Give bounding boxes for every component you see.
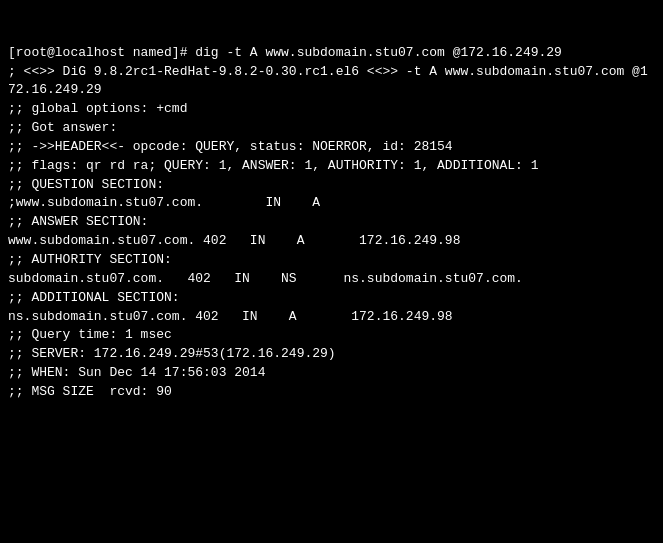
terminal-line: ;; Query time: 1 msec — [8, 326, 655, 345]
terminal-line: www.subdomain.stu07.com. 402 IN A 172.16… — [8, 232, 655, 251]
terminal-window: [root@localhost named]# dig -t A www.sub… — [0, 0, 663, 543]
terminal-line: ;; ->>HEADER<<- opcode: QUERY, status: N… — [8, 138, 655, 157]
terminal-line: ;www.subdomain.stu07.com. IN A — [8, 194, 655, 213]
terminal-line: ; <<>> DiG 9.8.2rc1-RedHat-9.8.2-0.30.rc… — [8, 63, 655, 101]
terminal-line: ;; MSG SIZE rcvd: 90 — [8, 383, 655, 402]
terminal-line: ;; global options: +cmd — [8, 100, 655, 119]
terminal-line: ;; WHEN: Sun Dec 14 17:56:03 2014 — [8, 364, 655, 383]
terminal-line: ns.subdomain.stu07.com. 402 IN A 172.16.… — [8, 308, 655, 327]
terminal-line: ;; ADDITIONAL SECTION: — [8, 289, 655, 308]
terminal-content: [root@localhost named]# dig -t A www.sub… — [8, 44, 655, 402]
terminal-line: subdomain.stu07.com. 402 IN NS ns.subdom… — [8, 270, 655, 289]
terminal-line: ;; ANSWER SECTION: — [8, 213, 655, 232]
terminal-line: ;; QUESTION SECTION: — [8, 176, 655, 195]
terminal-line: ;; Got answer: — [8, 119, 655, 138]
terminal-line: ;; SERVER: 172.16.249.29#53(172.16.249.2… — [8, 345, 655, 364]
terminal-line: ;; flags: qr rd ra; QUERY: 1, ANSWER: 1,… — [8, 157, 655, 176]
terminal-line: [root@localhost named]# dig -t A www.sub… — [8, 44, 655, 63]
terminal-line: ;; AUTHORITY SECTION: — [8, 251, 655, 270]
